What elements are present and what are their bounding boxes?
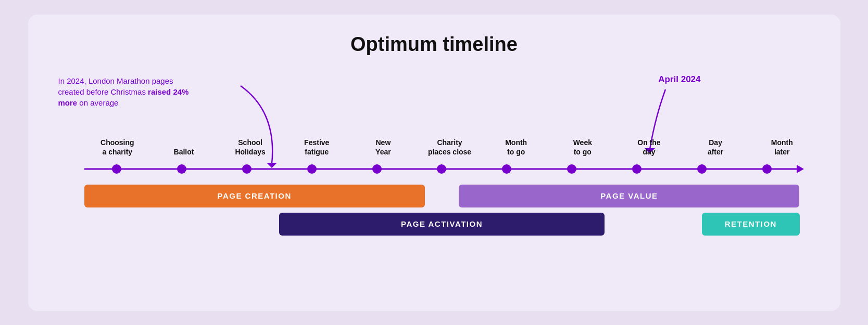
content-area: In 2024, London Marathon pages created b… [53,70,815,289]
timeline-dot-4 [372,164,382,174]
dot-spacer-5 [409,164,474,174]
annotation-text-after: on average [77,98,118,107]
dot-spacer-3 [279,164,344,174]
timeline-dot-3 [307,164,317,174]
dots-row [84,161,800,177]
timeline-line-wrap [53,161,815,177]
april-annotation: April 2024 [658,74,700,85]
dot-spacer-1 [149,164,214,174]
april-label: April 2024 [658,74,700,84]
dot-spacer-10 [735,164,800,174]
page-activation-label: PAGE ACTIVATION [401,219,483,228]
infographic-card: Optimum timeline In 2024, London Maratho… [28,15,840,311]
page-value-bar: PAGE VALUE [459,185,799,207]
timeline-dot-10 [762,164,772,174]
timeline-dot-6 [502,164,511,174]
dot-spacer-7 [539,164,605,174]
timeline-dot-0 [112,164,121,174]
bar-row-1: PAGE CREATION PAGE VALUE [84,185,800,207]
dot-spacer-9 [670,164,735,174]
timeline-label-0: Choosinga charity [84,138,151,157]
timeline-label-3: Festivefatigue [283,138,350,157]
page-activation-bar: PAGE ACTIVATION [279,213,605,236]
timeline-dot-8 [632,164,641,174]
dot-spacer-4 [344,164,409,174]
timeline-label-2: SchoolHolidays [217,138,284,157]
timeline-dot-7 [567,164,576,174]
timeline-label-7: Weekto go [549,138,616,157]
page-value-label: PAGE VALUE [600,191,658,200]
dot-spacer-0 [84,164,149,174]
bars-container: PAGE CREATION PAGE VALUE PAGE ACTIVATION [53,185,815,236]
dot-spacer-2 [214,164,279,174]
page-creation-bar: PAGE CREATION [84,185,425,207]
labels-row: Choosinga charityBallotSchoolHolidaysFes… [53,138,815,157]
page-creation-label: PAGE CREATION [217,191,291,200]
annotation-box: In 2024, London Marathon pages created b… [58,75,194,108]
dot-spacer-6 [474,164,539,174]
page-title: Optimum timeline [53,33,815,56]
dot-spacer-8 [605,164,670,174]
timeline-dot-1 [177,164,186,174]
retention-bar: RETENTION [702,213,799,236]
retention-label: RETENTION [725,219,777,228]
timeline-label-1: Ballot [150,147,217,157]
timeline-label-5: Charityplaces close [417,138,483,157]
timeline-dot-9 [697,164,707,174]
timeline-dot-5 [437,164,446,174]
timeline-label-6: Monthto go [483,138,549,157]
timeline-label-10: Monthlater [749,138,815,157]
timeline-label-8: On theday [616,138,683,157]
timeline-label-9: Dayafter [682,138,749,157]
timeline-label-4: NewYear [350,138,417,157]
timeline-section: Choosinga charityBallotSchoolHolidaysFes… [53,138,815,236]
bar-row-2: PAGE ACTIVATION RETENTION [84,213,800,236]
timeline-dot-2 [242,164,251,174]
